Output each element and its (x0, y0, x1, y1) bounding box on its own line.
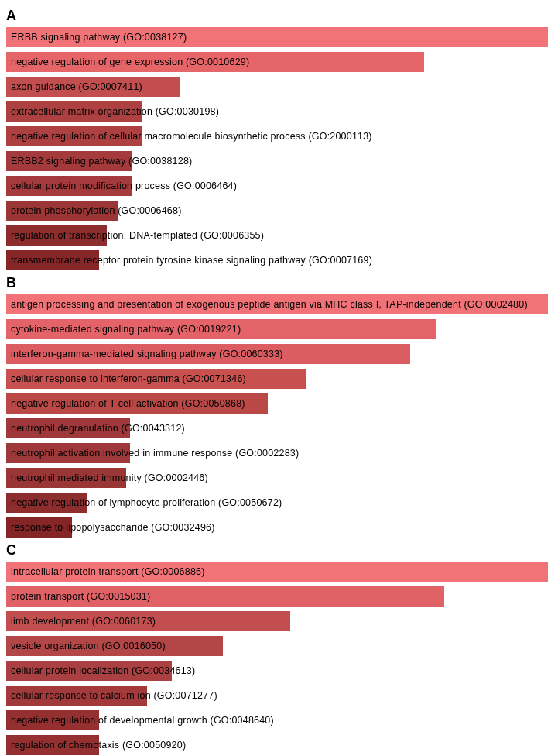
bar-label: cellular protein localization (GO:003461… (11, 661, 195, 681)
bar-row: protein phosphorylation (GO:0006468) (6, 201, 548, 221)
bar-row: negative regulation of T cell activation… (6, 393, 548, 414)
panel-letter-c: C (6, 542, 552, 558)
bar-row: ERBB signaling pathway (GO:0038127) (6, 27, 548, 47)
bar-row: neutrophil degranulation (GO:0043312) (6, 418, 548, 438)
bar-label: protein transport (GO:0015031) (11, 586, 150, 607)
bar-row: cellular protein modification process (G… (6, 176, 548, 196)
bar-label: negative regulation of T cell activation… (11, 393, 245, 414)
bar-label: intracellular protein transport (GO:0006… (11, 562, 205, 582)
bar-row: cellular response to interferon-gamma (G… (6, 369, 548, 389)
bar-row: regulation of chemotaxis (GO:0050920) (6, 735, 548, 755)
bar-row: negative regulation of developmental gro… (6, 710, 548, 730)
go-enrichment-figure: AERBB signaling pathway (GO:0038127)nega… (0, 0, 558, 756)
bar-label: antigen processing and presentation of e… (11, 294, 528, 314)
bar-label: regulation of chemotaxis (GO:0050920) (11, 735, 186, 755)
bar-label: cellular response to interferon-gamma (G… (11, 369, 246, 389)
bar-label: extracellular matrix organization (GO:00… (11, 101, 219, 122)
bar-label: protein phosphorylation (GO:0006468) (11, 201, 182, 221)
bar-label: regulation of transcription, DNA-templat… (11, 225, 264, 246)
bar-label: cytokine-mediated signaling pathway (GO:… (11, 319, 241, 339)
bar-row: cellular response to calcium ion (GO:007… (6, 686, 548, 706)
bar-row: extracellular matrix organization (GO:00… (6, 101, 548, 122)
bar-label: axon guidance (GO:0007411) (11, 77, 142, 97)
bar-label: interferon-gamma-mediated signaling path… (11, 344, 283, 364)
bar-row: negative regulation of cellular macromol… (6, 126, 548, 146)
panel-letter-a: A (6, 8, 552, 24)
bar-row: cellular protein localization (GO:003461… (6, 661, 548, 681)
bar-label: negative regulation of lymphocyte prolif… (11, 493, 282, 513)
bar-label: neutrophil degranulation (GO:0043312) (11, 418, 185, 438)
bar-label: neutrophil mediated immunity (GO:0002446… (11, 468, 208, 488)
bar-row: limb development (GO:0060173) (6, 611, 548, 631)
panel-b: Bantigen processing and presentation of … (6, 275, 552, 538)
bar-row: protein transport (GO:0015031) (6, 586, 548, 607)
bar-label: negative regulation of cellular macromol… (11, 126, 372, 146)
bar-label: vesicle organization (GO:0016050) (11, 636, 166, 656)
bar-row: neutrophil mediated immunity (GO:0002446… (6, 468, 548, 488)
bar-row: axon guidance (GO:0007411) (6, 77, 548, 97)
bar-row: negative regulation of gene expression (… (6, 52, 548, 72)
bar-label: limb development (GO:0060173) (11, 611, 156, 631)
bar-row: ERBB2 signaling pathway (GO:0038128) (6, 151, 548, 171)
bar-label: transmembrane receptor protein tyrosine … (11, 250, 372, 270)
bar-label: negative regulation of gene expression (… (11, 52, 249, 72)
bar-label: response to lipopolysaccharide (GO:00324… (11, 517, 215, 538)
panel-c: Cintracellular protein transport (GO:000… (6, 542, 552, 756)
bar-row: cytokine-mediated signaling pathway (GO:… (6, 319, 548, 339)
bar-label: neutrophil activation involved in immune… (11, 443, 299, 463)
bar-label: negative regulation of developmental gro… (11, 710, 274, 730)
bar-row: interferon-gamma-mediated signaling path… (6, 344, 548, 364)
bar-row: neutrophil activation involved in immune… (6, 443, 548, 463)
bar-row: antigen processing and presentation of e… (6, 294, 548, 314)
bar-label: cellular response to calcium ion (GO:007… (11, 686, 217, 706)
bar-row: intracellular protein transport (GO:0006… (6, 562, 548, 582)
panel-a: AERBB signaling pathway (GO:0038127)nega… (6, 8, 552, 270)
bar-row: response to lipopolysaccharide (GO:00324… (6, 517, 548, 538)
bar-label: ERBB signaling pathway (GO:0038127) (11, 27, 187, 47)
bar-row: negative regulation of lymphocyte prolif… (6, 493, 548, 513)
bar-row: transmembrane receptor protein tyrosine … (6, 250, 548, 270)
bar-label: cellular protein modification process (G… (11, 176, 237, 196)
bar-label: ERBB2 signaling pathway (GO:0038128) (11, 151, 192, 171)
bar-row: vesicle organization (GO:0016050) (6, 636, 548, 656)
panel-letter-b: B (6, 275, 552, 291)
bar-row: regulation of transcription, DNA-templat… (6, 225, 548, 246)
